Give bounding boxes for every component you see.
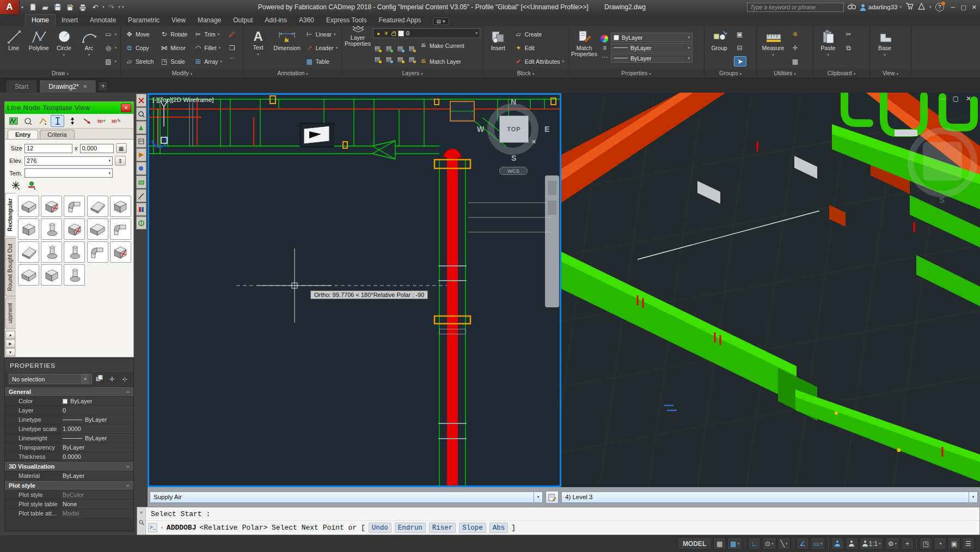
vtool-1-icon[interactable] xyxy=(136,94,146,107)
justify-tool-icon[interactable] xyxy=(11,181,21,191)
search-binoculars-icon[interactable] xyxy=(848,3,856,11)
viewcube-west[interactable]: W xyxy=(477,125,484,134)
prop-row-plot-table-attached[interactable]: Plot table att...Model xyxy=(5,508,133,518)
edit-attributes-button[interactable]: ✔Edit Attributes▾ xyxy=(513,56,566,66)
group-button[interactable]: Group xyxy=(706,27,732,68)
annotation-scale-button[interactable]: 1:1▾ xyxy=(860,537,884,550)
keyword-riser[interactable]: Riser xyxy=(429,523,456,533)
fitting-damper-button[interactable] xyxy=(110,241,131,263)
slope-tool-icon[interactable] xyxy=(80,115,94,127)
erase-brush-button[interactable]: 🖉 xyxy=(226,29,238,39)
paste-button[interactable]: Paste▾ xyxy=(815,27,841,68)
vtool-4-icon[interactable] xyxy=(136,135,146,148)
a360-icon[interactable] xyxy=(917,3,926,11)
fitting-elbow-button[interactable] xyxy=(64,196,85,217)
tab-home[interactable]: Home xyxy=(25,14,56,26)
save-button[interactable] xyxy=(52,2,63,13)
make-current-button[interactable]: ≝Make Current xyxy=(418,40,466,51)
qat-customize-caret-icon[interactable]: ▾ xyxy=(122,5,124,9)
layer-freeze-button[interactable]: ▤ xyxy=(395,43,406,53)
quick-properties-button[interactable]: ◔ xyxy=(934,537,946,550)
vertical-run-tool-icon[interactable] xyxy=(51,115,64,127)
fitting-box-duct-button[interactable] xyxy=(18,219,39,240)
fitting-tap-3-button[interactable] xyxy=(64,241,85,263)
insert-node-tool-icon[interactable] xyxy=(27,181,36,191)
viewcube-top-face[interactable]: TOP xyxy=(499,116,529,143)
vtool-2-icon[interactable] xyxy=(136,107,146,120)
prop-row-color[interactable]: ColorByLayer xyxy=(5,396,133,405)
scroll-down-button[interactable]: ▼ xyxy=(5,348,15,356)
text-button[interactable]: A Text▾ xyxy=(246,27,271,68)
size-x-input[interactable] xyxy=(80,144,114,153)
size-input[interactable] xyxy=(24,144,72,153)
match-properties-button[interactable]: Match Properties xyxy=(570,27,598,68)
size-options-button[interactable]: ▦ xyxy=(116,143,127,153)
object-color-combo[interactable]: ByLayer▾ xyxy=(611,33,693,42)
explode-button[interactable]: ❒ xyxy=(226,43,238,53)
prop-row-linetype[interactable]: LinetypeByLayer xyxy=(5,415,133,424)
user-caret-icon[interactable]: ▾ xyxy=(900,5,902,9)
tab-addins[interactable]: Add-ins xyxy=(259,15,293,26)
scroll-up-button[interactable]: ▲ xyxy=(5,331,15,339)
workspace-switching-button[interactable]: ⚙▾ xyxy=(885,537,899,550)
copy-clip-button[interactable]: ⧉ xyxy=(843,43,854,53)
rotate-button[interactable]: ↻Rotate xyxy=(158,29,189,39)
annotation-visibility-button[interactable] xyxy=(831,537,844,550)
polar-tracking-button[interactable]: ⊙▾ xyxy=(762,537,776,550)
open-file-button[interactable] xyxy=(40,2,51,13)
match-layer-button[interactable]: ≝Match Layer xyxy=(418,56,466,66)
new-file-button[interactable] xyxy=(27,2,38,13)
tab-criteria[interactable]: Criteria xyxy=(40,130,74,139)
side-tab-round-bought-out[interactable]: Round Bought Out xyxy=(5,238,16,296)
command-line-window[interactable]: ✕ Select Start : >_ ▾ ADDDOBJ <Relative … xyxy=(137,507,980,535)
annotation-monitor-button[interactable]: + xyxy=(901,537,914,550)
clean-screen-button[interactable]: ▣ xyxy=(948,537,960,550)
draw-panel-label[interactable]: Draw▾ xyxy=(0,69,120,77)
3d-add-tool-icon[interactable]: 3D+ xyxy=(95,115,108,127)
collapse-icon[interactable]: − xyxy=(126,389,130,395)
fitting-tap-2-button[interactable] xyxy=(41,241,62,263)
level-caret-icon[interactable]: ▾ xyxy=(969,492,977,502)
fitting-elbow-2-button[interactable] xyxy=(110,219,131,240)
fitting-straight-duct-button[interactable] xyxy=(18,196,39,217)
fitting-offset-button[interactable] xyxy=(110,196,131,217)
tab-express-tools[interactable]: Express Tools xyxy=(320,15,372,26)
tab-output[interactable]: Output xyxy=(227,15,259,26)
tab-a360[interactable]: A360 xyxy=(293,15,320,26)
layer-unisolate-button[interactable]: ▤ xyxy=(372,54,383,64)
layer-lock-button[interactable]: ▤ xyxy=(406,43,417,53)
customization-menu-button[interactable]: ☰ xyxy=(962,537,975,550)
group-edit-button[interactable]: ⊟ xyxy=(734,43,746,53)
keyword-slope[interactable]: Slope xyxy=(459,523,486,533)
vtool-3-icon[interactable] xyxy=(136,121,146,134)
prop-row-lineweight[interactable]: LineweightByLayer xyxy=(5,433,133,442)
quick-select-icon[interactable]: ⊹ xyxy=(120,375,130,383)
quick-calc-button[interactable]: ▦ xyxy=(789,56,801,66)
vtool-7-icon[interactable] xyxy=(136,175,146,189)
selection-caret-icon[interactable]: ▾ xyxy=(81,374,89,384)
dimension-button[interactable]: Dimension xyxy=(272,27,302,68)
fitting-round-tap-button[interactable] xyxy=(41,219,62,240)
fitting-hood-button[interactable] xyxy=(18,264,39,286)
corner-tool-icon[interactable] xyxy=(36,115,50,127)
object-snap-button[interactable]: ▭▾ xyxy=(811,537,825,550)
polyline-button[interactable]: Polyline xyxy=(27,27,51,68)
recent-commands-caret-icon[interactable]: ▾ xyxy=(161,525,163,530)
drawing-restore-button[interactable]: ▢ xyxy=(953,95,959,102)
offset-button[interactable]: ⌒ xyxy=(226,56,238,66)
fitting-transition-button[interactable] xyxy=(87,196,108,217)
section-general[interactable]: General− xyxy=(5,386,133,396)
block-panel-label[interactable]: Block▾ xyxy=(483,69,568,77)
keyword-endrun[interactable]: Endrun xyxy=(395,523,426,533)
prop-row-plot-style-table[interactable]: Plot style tableNone xyxy=(5,499,133,508)
object-snap-tracking-button[interactable]: ∠ xyxy=(797,537,809,550)
linetype-icon[interactable]: ⋯ xyxy=(601,53,609,61)
fill-pattern-tool-icon[interactable] xyxy=(7,115,20,127)
command-close-icon[interactable]: ✕ xyxy=(140,509,143,515)
fillet-button[interactable]: ◠Fillet▾ xyxy=(192,43,224,53)
elev-options-button[interactable]: ⇕ xyxy=(115,156,126,166)
3d-edit-tool-icon[interactable]: 3D✎ xyxy=(109,115,123,127)
isodraft-button[interactable]: ╲▾ xyxy=(778,537,791,550)
tab-featured-apps[interactable]: Featured Apps xyxy=(373,15,427,26)
layer-thaw-all-button[interactable]: ▤ xyxy=(383,54,394,64)
